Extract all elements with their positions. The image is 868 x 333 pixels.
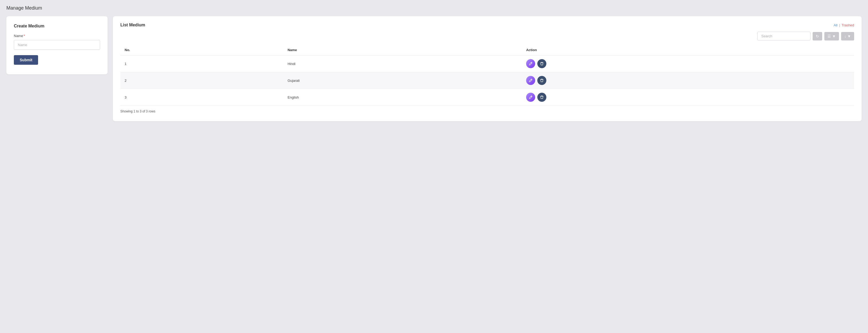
list-chevron-icon: ▼ — [832, 34, 836, 38]
list-icon: ☰ — [828, 34, 831, 38]
filter-links: All | Trashed — [834, 23, 854, 27]
edit-button[interactable] — [526, 93, 535, 102]
page-title: Manage Medium — [6, 5, 862, 11]
download-chevron-icon: ▼ — [847, 34, 851, 38]
col-header-no: No. — [120, 45, 283, 55]
cell-no: 3 — [120, 89, 283, 106]
cell-no: 2 — [120, 72, 283, 89]
toolbar: ↻ ☰ ▼ ↓ ▼ — [120, 32, 854, 40]
cell-action — [522, 89, 854, 106]
list-view-button[interactable]: ☰ ▼ — [824, 32, 839, 40]
delete-button[interactable] — [537, 76, 546, 85]
table-footer: Showing 1 to 3 of 3 rows — [120, 110, 854, 113]
create-panel-title: Create Medium — [14, 24, 100, 29]
data-table: No. Name Action 1Hindi2Gujarati3English — [120, 45, 854, 106]
filter-all-link[interactable]: All — [834, 23, 837, 27]
edit-button[interactable] — [526, 59, 535, 68]
cell-action — [522, 55, 854, 72]
table-body: 1Hindi2Gujarati3English — [120, 55, 854, 106]
table-row: 1Hindi — [120, 55, 854, 72]
table-row: 2Gujarati — [120, 72, 854, 89]
action-buttons — [526, 59, 850, 68]
edit-button[interactable] — [526, 76, 535, 85]
cell-name: Gujarati — [283, 72, 522, 89]
list-panel-header: List Medium All | Trashed — [120, 23, 854, 27]
delete-button[interactable] — [537, 59, 546, 68]
name-label: Name* — [14, 34, 100, 38]
action-buttons — [526, 93, 850, 102]
create-form: Name* Submit — [14, 34, 100, 65]
list-panel: List Medium All | Trashed ↻ ☰ ▼ ↓ ▼ — [113, 16, 862, 121]
cell-name: English — [283, 89, 522, 106]
cell-action — [522, 72, 854, 89]
create-panel: Create Medium Name* Submit — [6, 16, 107, 74]
name-input[interactable] — [14, 40, 100, 50]
table-header-row: No. Name Action — [120, 45, 854, 55]
download-icon: ↓ — [844, 34, 846, 38]
cell-no: 1 — [120, 55, 283, 72]
filter-divider: | — [839, 23, 840, 27]
cell-name: Hindi — [283, 55, 522, 72]
refresh-icon: ↻ — [816, 34, 819, 38]
list-panel-title: List Medium — [120, 23, 145, 27]
submit-button[interactable]: Submit — [14, 55, 38, 65]
action-buttons — [526, 76, 850, 85]
main-layout: Create Medium Name* Submit List Medium A… — [6, 16, 862, 121]
filter-trashed-link[interactable]: Trashed — [842, 23, 854, 27]
col-header-action: Action — [522, 45, 854, 55]
search-input[interactable] — [757, 32, 810, 40]
delete-button[interactable] — [537, 93, 546, 102]
col-header-name: Name — [283, 45, 522, 55]
download-button[interactable]: ↓ ▼ — [841, 32, 854, 40]
table-row: 3English — [120, 89, 854, 106]
refresh-button[interactable]: ↻ — [813, 32, 822, 40]
